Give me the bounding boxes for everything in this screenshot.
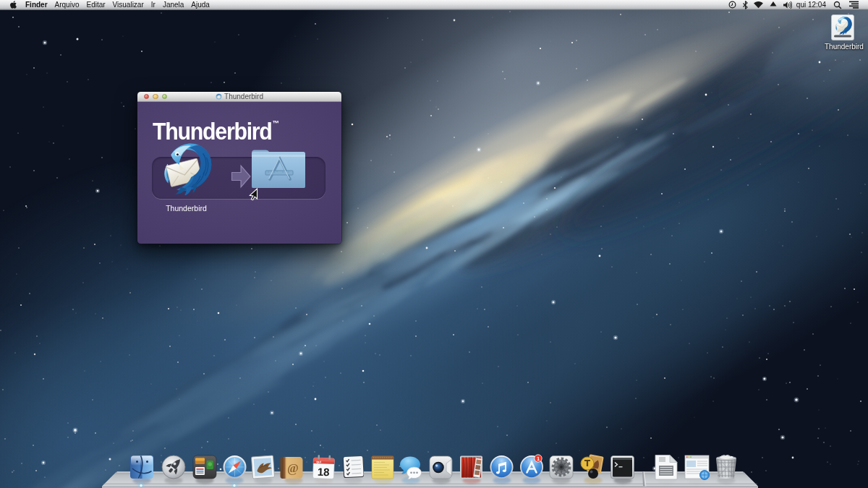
svg-text:18: 18 [318, 466, 330, 479]
svg-text:1: 1 [537, 455, 540, 462]
svg-text:@: @ [287, 461, 299, 475]
svg-text:qui: qui [316, 460, 321, 463]
